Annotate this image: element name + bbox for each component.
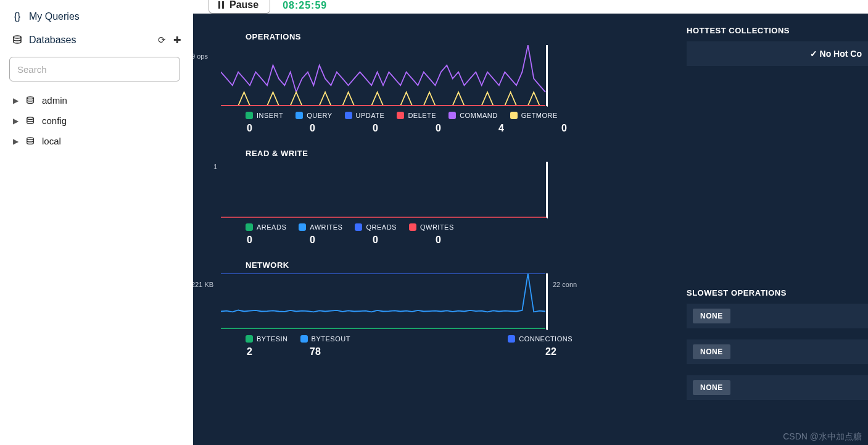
database-item-label: admin <box>42 95 67 106</box>
value-getmore: 0 <box>561 123 580 134</box>
readwrite-values: 0000 <box>246 235 662 246</box>
slowest-title: SLOWEST OPERATIONS <box>687 288 868 297</box>
value-bytesin: 2 <box>247 346 274 357</box>
legend-label: DELETE <box>408 112 436 119</box>
network-chart: 221 KB 22 conn <box>221 273 662 330</box>
legend-label: BYTESOUT <box>312 335 350 343</box>
svg-rect-4 <box>218 1 220 9</box>
svg-point-1 <box>27 96 34 99</box>
watermark: CSDN @水中加点糖 <box>783 431 862 443</box>
operations-y-label: 9 ops <box>193 52 208 60</box>
value-command: 4 <box>498 123 517 134</box>
swatch-qwrites <box>409 223 416 231</box>
caret-right-icon: ▶ <box>13 96 19 105</box>
slowest-operations-list: NONENONENONE <box>687 304 868 400</box>
pause-button[interactable]: Pause <box>209 0 270 14</box>
charts-column: OPERATIONS 9 ops INSERTQUERYUPDATEDELETE… <box>193 14 662 400</box>
legend-item-awrites: AWRITES <box>299 223 342 231</box>
swatch-update <box>345 112 352 119</box>
value-update: 0 <box>373 123 391 134</box>
none-pill: NONE <box>693 380 730 395</box>
svg-point-0 <box>14 36 21 38</box>
swatch-getmore <box>510 112 518 119</box>
legend-label: INSERT <box>257 112 283 119</box>
top-toolbar: Pause 08:25:59 <box>193 0 868 14</box>
network-y-right: 22 conn <box>553 281 577 288</box>
databases-row[interactable]: Databases ⟳ ✚ <box>9 30 184 51</box>
database-icon <box>25 117 36 125</box>
network-values: 27822 <box>246 346 572 357</box>
sidebar: {} My Queries Databases ⟳ ✚ ▶ admin▶ con… <box>0 0 193 445</box>
swatch-awrites <box>299 223 306 231</box>
legend-item-getmore: GETMORE <box>510 112 558 119</box>
legend-item-command: COMMAND <box>448 112 498 119</box>
database-item-label: local <box>42 136 61 146</box>
svg-point-3 <box>27 137 34 139</box>
none-pill: NONE <box>693 309 730 323</box>
swatch-command <box>448 112 456 119</box>
swatch-qreads <box>355 223 362 231</box>
none-pill: NONE <box>693 344 730 359</box>
swatch-bytesin <box>246 335 253 343</box>
pause-label: Pause <box>229 0 258 10</box>
refresh-icon[interactable]: ⟳ <box>158 35 166 46</box>
legend-label: QWRITES <box>420 223 454 231</box>
svg-point-2 <box>27 117 34 119</box>
caret-right-icon: ▶ <box>13 137 19 146</box>
swatch-bytesout <box>300 335 308 343</box>
value-query: 0 <box>310 123 328 134</box>
legend-item-qreads: QREADS <box>355 223 396 231</box>
hottest-collections-box: ✓ No Hot Co <box>687 41 868 66</box>
readwrite-legend: AREADSAWRITESQREADSQWRITES <box>246 223 662 231</box>
legend-label: AWRITES <box>310 223 342 231</box>
legend-item-connections: CONNECTIONS <box>508 335 572 343</box>
no-hot-label: ✓ No Hot Co <box>810 49 862 59</box>
swatch-delete <box>397 112 404 119</box>
timer-display: 08:25:59 <box>283 0 327 15</box>
my-queries-label: My Queries <box>29 11 80 22</box>
value-connections: 22 <box>545 346 572 357</box>
add-database-icon[interactable]: ✚ <box>173 35 181 46</box>
database-icon <box>25 137 36 146</box>
operations-title: OPERATIONS <box>246 32 662 41</box>
legend-item-bytesin: BYTESIN <box>246 335 288 343</box>
legend-label: UPDATE <box>356 112 385 119</box>
swatch-insert <box>246 112 253 119</box>
value-qwrites: 0 <box>436 235 454 246</box>
legend-item-areads: AREADS <box>246 223 286 231</box>
hottest-title: HOTTEST COLLECTIONS <box>687 26 868 35</box>
legend-label: AREADS <box>257 223 286 231</box>
operations-chart: 9 ops <box>221 45 662 107</box>
swatch-query <box>296 112 303 119</box>
databases-label: Databases <box>29 35 76 46</box>
main-panel: Pause 08:25:59 OPERATIONS 9 ops INSERTQU… <box>193 0 868 445</box>
legend-item-qwrites: QWRITES <box>409 223 454 231</box>
network-title: NETWORK <box>246 260 662 270</box>
database-item-admin[interactable]: ▶ admin <box>9 90 184 110</box>
legend-label: QUERY <box>307 112 332 119</box>
database-icon <box>12 35 23 45</box>
right-column: HOTTEST COLLECTIONS ✓ No Hot Co SLOWEST … <box>662 14 868 400</box>
network-legend: BYTESINBYTESOUTCONNECTIONS <box>246 335 572 343</box>
value-qreads: 0 <box>373 235 391 246</box>
database-item-local[interactable]: ▶ local <box>9 131 184 151</box>
legend-item-bytesout: BYTESOUT <box>300 335 350 343</box>
my-queries-row[interactable]: {} My Queries <box>9 6 184 27</box>
readwrite-title: READ & WRITE <box>246 149 662 158</box>
legend-label: CONNECTIONS <box>519 335 572 343</box>
value-delete: 0 <box>436 123 454 134</box>
database-item-config[interactable]: ▶ config <box>9 110 184 131</box>
legend-label: QREADS <box>366 223 396 231</box>
pause-icon <box>218 1 225 9</box>
legend-item-query: QUERY <box>296 112 332 119</box>
operations-values: 000040 <box>246 123 662 134</box>
operations-legend: INSERTQUERYUPDATEDELETECOMMANDGETMORE <box>246 112 662 119</box>
network-y-left: 221 KB <box>193 281 213 288</box>
braces-icon: {} <box>12 11 23 22</box>
legend-label: COMMAND <box>460 112 498 119</box>
legend-item-delete: DELETE <box>397 112 436 119</box>
value-bytesout: 78 <box>310 346 337 357</box>
search-input[interactable] <box>9 57 180 81</box>
legend-item-update: UPDATE <box>345 112 385 119</box>
swatch-areads <box>246 223 253 231</box>
